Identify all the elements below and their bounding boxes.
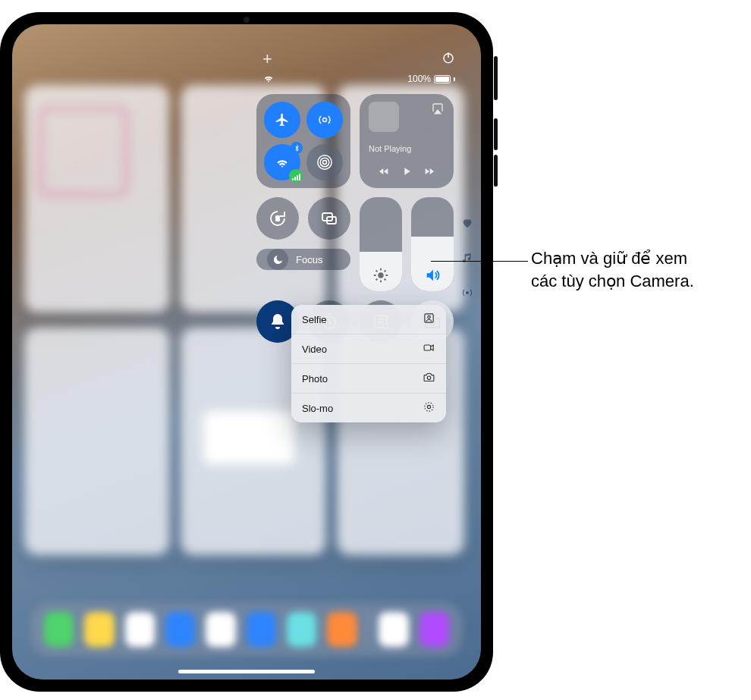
power-icon[interactable] [441,51,455,67]
svg-point-30 [427,376,431,380]
battery-status: 100% [407,74,455,84]
svg-line-15 [385,279,386,281]
callout-line-2: các tùy chọn Camera. [531,272,694,290]
svg-point-26 [467,292,469,294]
camera-context-menu: Selfie Video Photo Slo-mo [291,305,446,422]
callout-line-1: Chạm và giữ để xem [531,249,687,268]
background-app-tile [24,85,170,312]
media-playback-tile[interactable]: Not Playing [360,94,454,188]
dock-app[interactable] [125,612,155,647]
svg-point-31 [425,403,433,411]
connectivity-group[interactable] [256,94,350,188]
menu-item-label: Selfie [302,314,327,325]
airplane-mode-toggle[interactable] [264,102,300,138]
heart-icon [461,217,473,232]
airplay-icon[interactable] [431,102,445,118]
background-app-tile [24,328,170,555]
home-indicator[interactable] [178,670,315,673]
menu-item-label: Slo-mo [302,403,333,414]
svg-line-17 [385,270,386,272]
dock-app[interactable] [247,612,276,647]
dock-app[interactable] [206,612,235,647]
dock [30,602,463,657]
now-playing-label: Not Playing [369,144,445,153]
screen: + 100% [12,24,481,680]
svg-point-32 [427,405,430,408]
camera-icon [423,371,435,386]
dock-app[interactable] [419,612,449,647]
svg-point-9 [378,272,383,278]
music-icon [461,252,473,267]
volume-slider[interactable] [411,197,454,291]
rotation-lock-toggle[interactable] [256,197,299,240]
camera-menu-photo[interactable]: Photo [291,364,446,394]
focus-toggle[interactable]: Focus [256,249,350,270]
svg-rect-29 [424,345,431,350]
dock-app[interactable] [165,612,195,647]
person-square-icon [423,312,435,327]
callout-text: Chạm và giữ để xem các tùy chọn Camera. [531,247,743,292]
svg-line-16 [376,279,377,281]
bluetooth-badge [291,142,303,154]
volume-down-physical [494,155,498,187]
dock-app[interactable] [44,612,74,647]
dock-app[interactable] [327,612,357,647]
cellular-data-toggle[interactable] [306,144,343,180]
media-artwork [369,102,399,132]
signal-icon [461,287,473,302]
dock-app[interactable] [84,612,114,647]
svg-line-14 [376,270,377,272]
brightness-slider[interactable] [360,197,402,291]
slomo-icon [423,400,435,416]
menu-item-label: Photo [302,373,328,385]
cellular-signal-badge [289,169,303,183]
svg-point-4 [320,158,329,167]
moon-icon [267,249,288,270]
status-bar: 100% [262,70,455,88]
add-control-button[interactable]: + [262,49,272,69]
camera-menu-selfie[interactable]: Selfie [291,305,446,334]
camera-menu-slomo[interactable]: Slo-mo [291,394,446,422]
focus-label: Focus [296,254,322,265]
camera-menu-video[interactable]: Video [291,334,446,364]
airdrop-toggle[interactable] [306,102,343,138]
dock-separator [368,611,369,648]
power-button-physical [494,56,498,100]
side-hint-icons [461,217,473,302]
dock-app[interactable] [287,612,316,647]
battery-percent: 100% [407,74,431,84]
screen-mirroring-button[interactable] [308,197,350,240]
next-track-button[interactable] [423,165,435,180]
play-button[interactable] [401,165,413,180]
wifi-toggle[interactable] [264,144,300,180]
svg-rect-6 [275,215,280,221]
volume-up-physical [494,118,498,150]
wifi-status-icon [262,72,275,86]
previous-track-button[interactable] [378,165,390,180]
svg-point-3 [323,161,327,165]
svg-point-2 [323,118,327,122]
video-icon [423,341,435,356]
ipad-device-frame: + 100% [0,12,493,692]
dock-app[interactable] [379,612,408,647]
menu-item-label: Video [302,344,327,355]
callout-leader-line [431,261,528,262]
svg-point-28 [428,315,431,319]
